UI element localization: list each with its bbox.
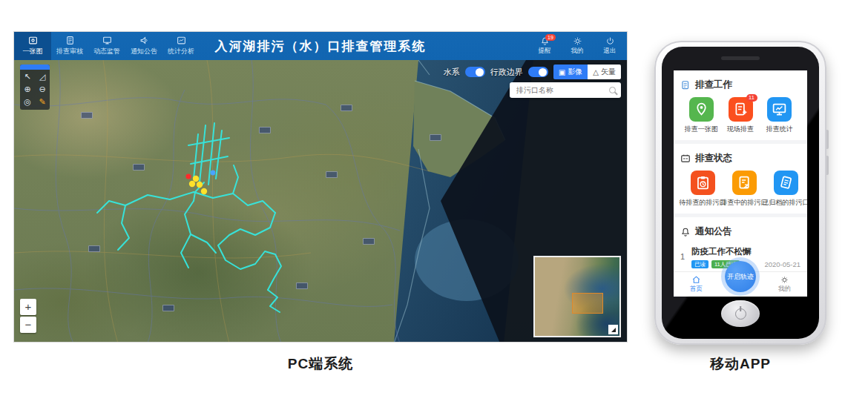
map-overview-icon: [28, 36, 38, 45]
measure-tool-icon[interactable]: ◿: [39, 72, 45, 82]
document-icon: [680, 80, 691, 90]
app-item-inspection-stats[interactable]: 排查统计: [760, 97, 799, 134]
draw-tool-icon[interactable]: ✎: [39, 97, 45, 107]
phone-bezel: 排查工作 排查一张图 11: [662, 47, 819, 339]
outlet-marker: [201, 188, 207, 194]
field-inspection-badge: 11: [746, 94, 757, 102]
map-label-chip: [88, 245, 100, 252]
section-title: 排查状态: [695, 152, 732, 165]
pc-window: 一张图 排查审核 动态监管 通知公告 统计分析: [13, 31, 628, 343]
map-label-chip: [133, 164, 145, 171]
app-screen: 排查工作 排查一张图 11: [674, 70, 807, 297]
section-title: 通知公告: [695, 225, 732, 238]
nav-label: 一张图: [23, 47, 43, 56]
basemap-switcher: ▣ 影像 △ 矢量: [553, 65, 621, 79]
map-label-chip: [326, 171, 338, 178]
alerts-label: 提醒: [539, 47, 551, 56]
map-label-chip: [363, 238, 375, 245]
read-badge: 已读: [691, 260, 708, 268]
gear-icon: [573, 36, 582, 46]
outlet-marker: [189, 181, 195, 187]
app-item-label: 待排查的排污口: [680, 198, 726, 208]
doc-archive-icon: [774, 171, 798, 195]
zoom-control: + −: [20, 299, 36, 334]
start-track-button[interactable]: 开启轨迹: [725, 261, 756, 292]
gear-icon: [780, 275, 789, 285]
outlet-marker-other: [211, 171, 216, 176]
app-item-label: 排查中的排污口: [721, 198, 768, 208]
zoom-out-button[interactable]: −: [20, 317, 36, 333]
field-check-icon: 11: [729, 97, 753, 122]
nav-item-audit[interactable]: 排查审核: [51, 32, 88, 60]
monitor-chart-icon: [767, 97, 792, 122]
locate-tool-icon[interactable]: ◎: [24, 97, 31, 107]
work-grid: 排查一张图 11 现场排查: [680, 96, 800, 140]
announcement-icon: [139, 36, 149, 45]
zoom-in-tool-icon[interactable]: ⊕: [24, 85, 30, 94]
map-label-chip: [162, 305, 174, 311]
toggle-knob: [476, 68, 484, 76]
layer-controls: 水系 行政边界 ▣ 影像 △ 矢量: [444, 65, 621, 79]
nav-item-announcements[interactable]: 通知公告: [125, 32, 162, 60]
map-label-chip: [341, 105, 352, 111]
my-settings-button[interactable]: 我的: [565, 32, 590, 60]
tab-home-label: 首页: [690, 285, 703, 294]
nav-item-statistics[interactable]: 统计分析: [162, 32, 200, 60]
notice-title: 防疫工作不松懈: [691, 246, 800, 257]
basemap-vector-button[interactable]: △ 矢量: [588, 65, 621, 79]
app-item-pending-outlets[interactable]: 待排查的排污口: [682, 171, 723, 208]
minimap-extent-box[interactable]: [572, 293, 603, 314]
audit-icon: [65, 36, 75, 45]
logout-button[interactable]: 退出: [597, 32, 622, 60]
app-item-inspecting-outlets[interactable]: 排查中的排污口: [723, 171, 765, 208]
water-layer-toggle[interactable]: [465, 67, 485, 77]
nav-item-map-overview[interactable]: 一张图: [14, 32, 51, 60]
map-label-chip: [296, 282, 308, 289]
section-header-status: 排查状态: [680, 149, 800, 169]
boundary-layer-toggle[interactable]: [528, 67, 548, 77]
app-caption: 移动APP: [654, 354, 826, 374]
outlet-marker-alert: [185, 173, 191, 179]
app-item-inspection-map[interactable]: 排查一张图: [682, 97, 721, 134]
minimap-collapse-button[interactable]: [608, 325, 618, 334]
map-label-chip: [81, 112, 93, 119]
boundary-layer-label: 行政边界: [490, 67, 523, 78]
nav-label: 通知公告: [131, 47, 157, 56]
alerts-button[interactable]: 提醒 19: [532, 32, 557, 60]
select-tool-icon[interactable]: ↖: [24, 72, 30, 82]
nav-item-monitoring[interactable]: 动态监管: [88, 32, 125, 60]
app-item-field-inspection[interactable]: 11 现场排查: [721, 97, 760, 134]
status-grid: 待排查的排污口 排查中的排污口 已归档的排污口: [680, 169, 800, 214]
zoom-in-button[interactable]: +: [20, 299, 36, 315]
bell-icon: [680, 227, 691, 237]
phone-speaker: [721, 56, 760, 60]
app-item-archived-outlets[interactable]: 已归档的排污口: [765, 171, 806, 208]
outlet-marker: [193, 176, 199, 182]
app-item-label: 已归档的排污口: [763, 198, 808, 208]
basemap-imagery-button[interactable]: ▣ 影像: [553, 65, 588, 79]
map-label-chip: [259, 127, 271, 133]
zoom-out-tool-icon[interactable]: ⊖: [39, 85, 45, 94]
header-actions: 提醒 19 我的 退出: [532, 32, 622, 60]
app-item-label: 现场排查: [727, 125, 754, 134]
main-nav: 一张图 排查审核 动态监管 通知公告 统计分析: [14, 32, 200, 60]
phone-volume-button: [826, 130, 829, 149]
notice-date: 2020-05-21: [764, 260, 800, 268]
water-layer-label: 水系: [444, 67, 460, 78]
map-label-chip: [430, 134, 441, 141]
nav-label: 排查审核: [56, 47, 83, 56]
overview-minimap[interactable]: [533, 256, 621, 337]
power-glyph-icon: [735, 308, 746, 320]
map-canvas[interactable]: ↖ ◿ ⊕ ⊖ ◎ ✎ 水系 行政边界 ▣ 影像 △ 矢量: [14, 60, 628, 343]
map-tool-panel: ↖ ◿ ⊕ ⊖ ◎ ✎: [20, 65, 50, 110]
app-item-label: 排查一张图: [685, 125, 718, 134]
tab-home[interactable]: 首页: [690, 275, 703, 294]
outlet-search: [510, 82, 621, 98]
doc-progress-icon: [732, 171, 757, 195]
phone-home-button[interactable]: [721, 300, 760, 327]
search-icon[interactable]: [609, 87, 616, 93]
pc-caption: PC端系统: [13, 354, 628, 374]
search-input[interactable]: [515, 85, 609, 95]
app-item-label: 排查统计: [766, 125, 793, 134]
tab-mine[interactable]: 我的: [778, 275, 791, 294]
